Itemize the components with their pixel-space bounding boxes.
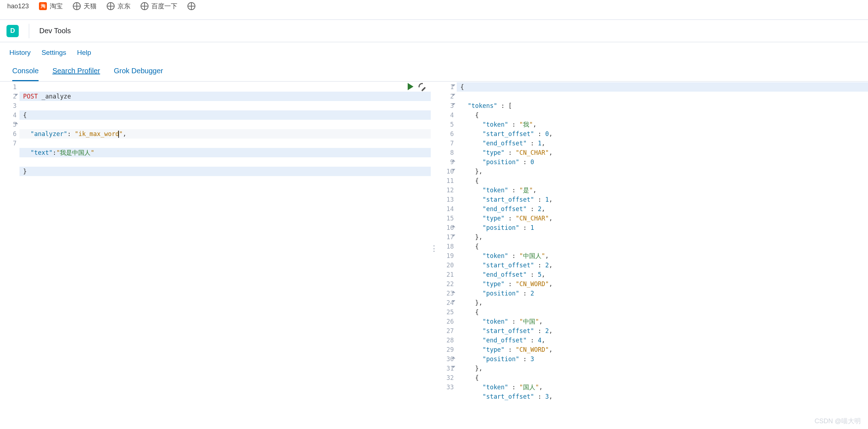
taobao-icon: 淘 [39, 2, 47, 10]
gutter-line: 33 [437, 382, 454, 392]
tabs: Console Search Profiler Grok Debugger [0, 57, 868, 82]
gutter-line: 5 [437, 120, 454, 129]
bookmark-empty[interactable] [187, 2, 195, 10]
bookmark-label: 天猫 [84, 2, 97, 10]
app-frame: D Dev Tools History Settings Help Consol… [0, 19, 868, 419]
globe-icon [73, 2, 81, 10]
fold-icon[interactable] [452, 366, 455, 368]
gutter-line: 25 [437, 307, 454, 317]
gutter-line: 11 [437, 176, 454, 185]
page-title: Dev Tools [29, 24, 71, 38]
response-pane[interactable]: 1234567891011121314151617181920212223242… [437, 82, 868, 419]
bookmark-label: 淘宝 [50, 2, 63, 10]
gutter-line: 16 [437, 223, 454, 232]
globe-icon [141, 2, 149, 10]
analyzer-value: ik_max_word [79, 130, 119, 137]
gutter-line: 17 [437, 232, 454, 242]
fold-icon[interactable] [452, 356, 455, 359]
request-editor[interactable]: POST _analyze { "analyzer": "ik_max_word… [19, 82, 431, 214]
gutter-line: 12 [437, 185, 454, 195]
gutter-line: 2 [0, 92, 17, 101]
fold-icon[interactable] [452, 235, 455, 237]
request-gutter: 1 2 3 4 5 6 7 [0, 82, 19, 419]
bookmark-jd[interactable]: 京东 [107, 2, 130, 10]
gutter-line: 2 [437, 92, 454, 101]
request-path: _analyze [41, 93, 71, 100]
fold-icon[interactable] [452, 94, 455, 96]
gutter-line: 5 [0, 120, 17, 129]
globe-icon [187, 2, 195, 10]
gutter-line: 24 [437, 298, 454, 307]
watermark: CSDN @喵大明 [815, 417, 861, 425]
gutter-line: 3 [437, 101, 454, 110]
gutter-line: 18 [437, 242, 454, 251]
nav-links: History Settings Help [0, 42, 868, 57]
gutter-line: 22 [437, 279, 454, 289]
gutter-line: 29 [437, 345, 454, 354]
gutter-line: 26 [437, 317, 454, 326]
gutter-line: 28 [437, 336, 454, 345]
gutter-line: 6 [0, 129, 17, 139]
gutter-line: 23 [437, 289, 454, 298]
fold-icon[interactable] [452, 300, 455, 302]
fold-icon[interactable] [452, 103, 455, 105]
gutter-line: 20 [437, 261, 454, 270]
app-header: D Dev Tools [0, 20, 868, 42]
request-pane[interactable]: 1 2 3 4 5 6 7 POST _analyze { "analyzer"… [0, 82, 431, 419]
globe-icon [107, 2, 115, 10]
gutter-line: 4 [0, 110, 17, 120]
tab-grok-debugger[interactable]: Grok Debugger [114, 67, 163, 81]
fold-icon[interactable] [14, 122, 18, 124]
bookmark-label: 百度一下 [151, 2, 177, 10]
bookmark-hao123[interactable]: hao123 [7, 3, 29, 10]
pane-resizer[interactable] [431, 82, 437, 419]
bookmark-baidu[interactable]: 百度一下 [141, 2, 177, 10]
gutter-line: 6 [437, 129, 454, 139]
editor-area: 1 2 3 4 5 6 7 POST _analyze { "analyzer"… [0, 82, 868, 419]
bookmark-label: hao123 [7, 3, 29, 10]
response-viewer[interactable]: { "tokens" : [ { "token" : "我", "start_o… [457, 82, 868, 419]
gutter-line: 7 [437, 139, 454, 148]
gutter-line: 3 [0, 101, 17, 110]
gutter-line: 9 [437, 157, 454, 167]
fold-icon[interactable] [14, 94, 18, 96]
fold-icon[interactable] [452, 225, 455, 227]
gutter-line: 1 [437, 82, 454, 92]
fold-icon[interactable] [452, 169, 455, 171]
fold-icon[interactable] [452, 159, 455, 162]
nav-history[interactable]: History [9, 49, 31, 57]
gutter-line: 7 [0, 139, 17, 148]
fold-icon[interactable] [452, 291, 455, 293]
gutter-line: 1 [0, 82, 17, 92]
gutter-line: 31 [437, 364, 454, 373]
gutter-line: 30 [437, 354, 454, 364]
bookmark-label: 京东 [118, 2, 130, 10]
text-caret [118, 131, 119, 138]
gutter-line: 8 [437, 148, 454, 157]
gutter-line: 15 [437, 214, 454, 223]
text-value: 我是中国人 [60, 149, 90, 156]
nav-settings[interactable]: Settings [41, 49, 66, 57]
http-method: POST [23, 93, 38, 100]
tab-console[interactable]: Console [12, 67, 39, 81]
gutter-line: 10 [437, 167, 454, 176]
gutter-line: 14 [437, 204, 454, 214]
tab-search-profiler[interactable]: Search Profiler [52, 67, 100, 81]
bookmark-tmall[interactable]: 天猫 [73, 2, 97, 10]
gutter-line: 13 [437, 195, 454, 204]
bookmark-taobao[interactable]: 淘淘宝 [39, 2, 63, 10]
gutter-line: 19 [437, 251, 454, 261]
gutter-line: 4 [437, 110, 454, 120]
fold-icon[interactable] [452, 84, 455, 87]
response-gutter: 1234567891011121314151617181920212223242… [437, 82, 457, 419]
nav-help[interactable]: Help [77, 49, 91, 57]
devtools-badge[interactable]: D [6, 25, 19, 37]
gutter-line: 27 [437, 326, 454, 336]
browser-bookmarks-bar: hao123 淘淘宝 天猫 京东 百度一下 [0, 0, 868, 12]
gutter-line: 21 [437, 270, 454, 279]
gutter-line: 32 [437, 373, 454, 382]
